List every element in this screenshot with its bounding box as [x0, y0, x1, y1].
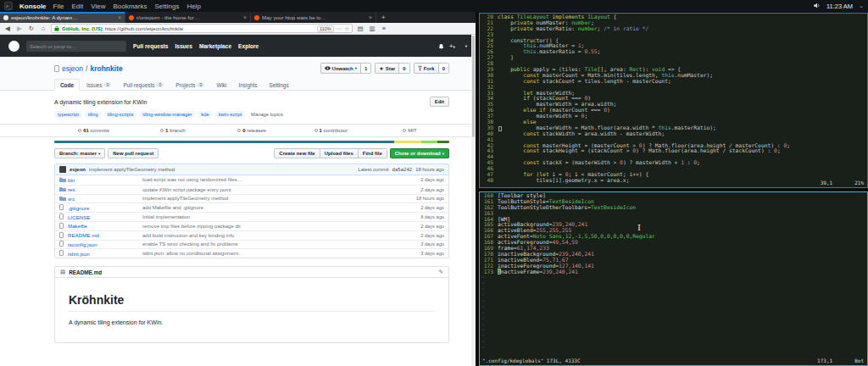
repo-stat-branch[interactable]: 1 branch — [133, 128, 212, 133]
repo-stat-mit[interactable]: MIT — [370, 128, 449, 133]
home-button[interactable]: ⌂ — [39, 25, 47, 32]
topic-tag[interactable]: tiling-scripts — [104, 111, 137, 118]
menu-button[interactable]: ≡ — [380, 25, 388, 32]
commit-message-link[interactable]: load-script was not using randomized fil… — [142, 177, 400, 182]
repo-tab-projects[interactable]: Projects0 — [170, 80, 209, 90]
fork-button[interactable]: Fork — [414, 63, 439, 74]
commit-hash-link[interactable]: da5a242 — [392, 167, 413, 172]
repo-name-link[interactable]: krohnkite — [90, 64, 122, 73]
file-name-link[interactable]: .gitignore — [68, 205, 142, 211]
repo-owner-link[interactable]: esjeon — [62, 64, 83, 73]
repo-tab-settings[interactable]: Settings — [264, 80, 293, 90]
repo-stat-commits[interactable]: 61 commits — [54, 128, 133, 133]
star-button[interactable]: ★ Star — [375, 63, 399, 74]
header-nav-marketplace[interactable]: Marketplace — [199, 43, 231, 49]
notifications-bell-icon[interactable] — [438, 38, 444, 53]
commit-message-link[interactable]: implement applyTileGeometry method — [142, 196, 400, 201]
watchers-count[interactable]: 1 — [361, 63, 371, 74]
browser-tab[interactable]: May your htop stats be lo…× — [251, 12, 376, 23]
tab-close-icon[interactable]: × — [369, 14, 372, 20]
stargazers-count[interactable]: 0 — [399, 63, 409, 74]
menubar-item-view[interactable]: View — [91, 3, 105, 10]
file-name-link[interactable]: tslint.json — [68, 251, 142, 257]
header-nav-explore[interactable]: Explore — [238, 43, 259, 49]
back-button[interactable]: ◀ — [3, 25, 12, 32]
header-nav-pull-requests[interactable]: Pull requests — [133, 43, 168, 49]
branch-selector[interactable]: Branch: master ▾ — [54, 148, 105, 158]
file-name-link[interactable]: README.md — [68, 232, 142, 238]
edit-readme-icon[interactable]: ✎ — [439, 269, 443, 275]
create-new-icon[interactable]: +▾ — [449, 42, 455, 50]
forward-button[interactable]: ▶ — [15, 25, 24, 32]
scrollbar-thumb[interactable] — [472, 36, 475, 137]
panel-expander-icon[interactable]: ⌄ — [859, 3, 864, 9]
language-bar[interactable] — [54, 141, 449, 143]
commit-author-avatar[interactable] — [59, 166, 66, 173]
manage-topics-link[interactable]: Manage topics — [251, 112, 283, 117]
topic-tag[interactable]: kwin-script — [215, 111, 245, 118]
menubar-item-file[interactable]: File — [53, 3, 64, 10]
repo-tab-insights[interactable]: Insights — [233, 80, 262, 90]
topic-tag[interactable]: kde — [198, 111, 212, 118]
file-name-link[interactable]: tsconfig.json — [68, 241, 142, 247]
language-segment-javascript[interactable] — [394, 141, 422, 143]
commit-message-link[interactable]: enable TS strict checking and fix proble… — [142, 241, 400, 247]
topic-tag[interactable]: tiling-window-manager — [139, 111, 195, 118]
commit-message-link[interactable]: tslint.json: allow no conditional assign… — [142, 251, 400, 256]
volume-icon[interactable] — [813, 2, 821, 11]
commit-message-link[interactable]: Initial implementation — [142, 214, 400, 219]
file-name-link[interactable]: Makefile — [68, 223, 142, 229]
readme-filename[interactable]: README.md — [69, 269, 102, 275]
upload-files-button[interactable]: Upload files — [320, 148, 359, 158]
zoom-indicator[interactable]: 110% — [317, 25, 334, 32]
language-segment-typescript[interactable] — [54, 141, 394, 143]
browser-scrollbar[interactable] — [471, 35, 476, 366]
browser-tab[interactable]: r/unixporn - the home for…× — [125, 12, 251, 23]
commit-author[interactable]: esjeon — [70, 167, 86, 172]
new-tab-button[interactable]: + — [376, 12, 391, 23]
edit-description-button[interactable]: Edit — [430, 97, 449, 107]
commit-message-link[interactable]: remove tmp files before zipping package … — [142, 224, 400, 229]
menubar-item-settings[interactable]: Settings — [154, 3, 179, 10]
tab-close-icon[interactable]: × — [118, 14, 121, 20]
topic-tag[interactable]: tiling — [85, 111, 102, 118]
github-search-input[interactable]: Search or jump to… — [26, 41, 126, 52]
new-pull-request-button[interactable]: New pull request — [108, 148, 159, 158]
commit-message-link[interactable]: implement applyTileGeometry method — [89, 167, 354, 172]
repo-stat-releases[interactable]: 0 releases — [212, 128, 291, 133]
tab-close-icon[interactable]: × — [243, 14, 247, 20]
clone-or-download-button[interactable]: Clone or download ▾ — [390, 148, 449, 158]
repo-tab-code[interactable]: Code — [54, 79, 80, 91]
language-segment-makefile[interactable] — [437, 141, 449, 143]
menubar-item-help[interactable]: Help — [186, 3, 200, 10]
menubar-item-edit[interactable]: Edit — [71, 3, 83, 10]
page-actions-icon[interactable]: ⋯ — [337, 25, 342, 32]
header-nav-issues[interactable]: Issues — [175, 43, 192, 49]
commit-message-link[interactable]: update KWin script package entry point — [142, 187, 400, 192]
bookmark-star-icon[interactable]: ☆ — [344, 25, 349, 32]
commit-message-link[interactable]: add Makefile and .gitignore — [142, 205, 400, 210]
site-identity-label[interactable]: GitHub, Inc. (US) — [62, 26, 103, 31]
url-bar[interactable]: GitHub, Inc. (US) https://github.com/esj… — [51, 24, 353, 33]
language-segment-shell[interactable] — [421, 141, 437, 143]
repo-stat-contributor[interactable]: 1 contributor — [292, 128, 370, 133]
file-name-link[interactable]: bin — [68, 177, 142, 183]
topic-tag[interactable]: typescript — [54, 111, 82, 118]
terminal-window-config-editor[interactable]: 160[Toolbar style]161ToolButtonStyle=Tex… — [479, 191, 868, 366]
repo-tab-issues[interactable]: Issues0 — [81, 80, 116, 90]
repo-tab-wiki[interactable]: Wiki — [211, 80, 231, 90]
commit-message-link[interactable]: add build instruction and key binding in… — [142, 233, 400, 238]
repo-tab-pull-requests[interactable]: Pull requests0 — [118, 80, 169, 90]
file-name-link[interactable]: res — [68, 186, 142, 192]
file-name-link[interactable]: LICENSE — [68, 214, 142, 220]
browser-tab[interactable]: esjeon/krohnkite: A dynam…× — [0, 12, 125, 23]
forks-count[interactable]: 0 — [439, 63, 449, 74]
github-logo-icon[interactable] — [8, 41, 19, 52]
menubar-item-bookmarks[interactable]: Bookmarks — [113, 3, 147, 10]
reload-button[interactable]: ↻ — [27, 25, 36, 32]
find-file-button[interactable]: Find file — [359, 148, 387, 158]
file-name-link[interactable]: src — [68, 196, 142, 202]
unwatch-button[interactable]: Unwatch ▾ — [320, 63, 361, 74]
url-text[interactable]: https://github.com/esjeon/krohnkite — [105, 26, 314, 31]
create-new-file-button[interactable]: Create new file — [274, 148, 320, 158]
